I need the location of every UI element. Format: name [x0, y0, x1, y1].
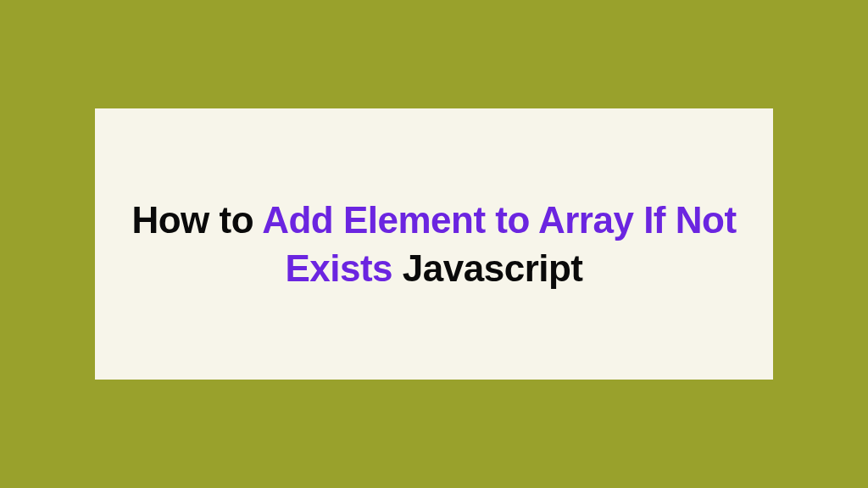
headline: How to Add Element to Array If Not Exist… [129, 196, 739, 292]
title-card: How to Add Element to Array If Not Exist… [95, 108, 773, 380]
headline-suffix: Javascript [392, 247, 582, 289]
headline-prefix: How to [131, 199, 262, 241]
